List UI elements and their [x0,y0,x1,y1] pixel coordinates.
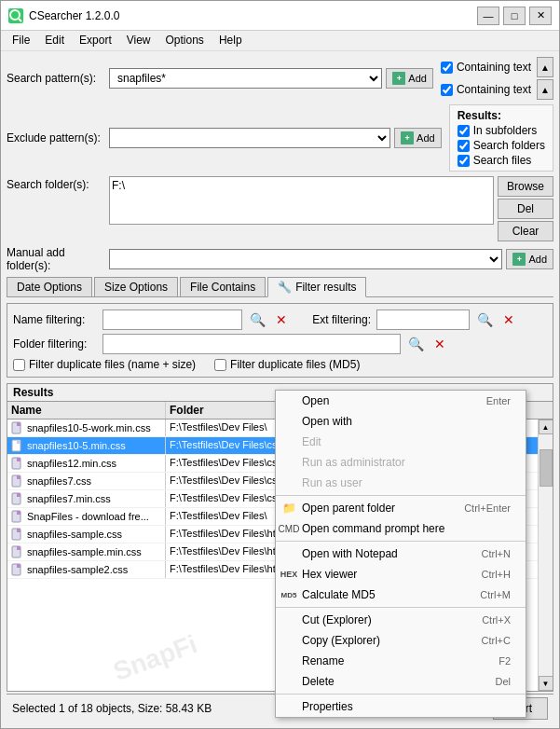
context-menu-label: Run as user [302,476,362,489]
file-icon [11,510,24,523]
dup-md5-checkbox[interactable] [214,359,226,371]
in-subfolders-checkbox[interactable] [458,125,470,137]
exclude-pattern-row: Exclude pattern(s): + Add Results: In su… [7,104,553,172]
context-menu-label: Delete [302,675,335,688]
in-subfolders-label: In subfolders [473,124,538,137]
menu-bar: File Edit Export View Options Help [1,31,559,51]
del-button[interactable]: Del [498,199,553,219]
exclude-add-button[interactable]: + Add [394,128,442,148]
folder-filter-search-icon[interactable]: 🔍 [406,335,425,353]
context-menu-shortcut: Ctrl+C [482,635,511,646]
context-menu-item-open_parent[interactable]: 📁Open parent folderCtrl+Enter [276,498,526,518]
name-filter-clear-icon[interactable]: ✕ [272,310,291,329]
scroll-down-arrow[interactable]: ▼ [539,676,553,691]
name-filter-input[interactable] [102,309,242,330]
svg-rect-5 [17,440,20,444]
dup-name-size-checkbox[interactable] [13,359,25,371]
scroll-up-arrow[interactable]: ▲ [539,420,553,434]
tabs: Date Options Size Options File Contains … [7,277,553,297]
context-menu-label: Open parent folder [302,502,395,515]
manual-folder-input[interactable] [109,249,502,269]
context-menu-label: Hex viewer [302,568,357,581]
context-menu-label: Edit [302,435,321,448]
menu-edit[interactable]: Edit [37,33,72,48]
browse-button[interactable]: Browse [498,176,553,197]
maximize-button[interactable]: □ [503,7,526,25]
context-menu-item-delete[interactable]: DeleteDel [276,671,526,692]
scrollbar-vertical[interactable]: ▲ ▼ [538,420,553,691]
col-header-name: Name [7,402,166,419]
file-icon [11,421,24,434]
dup-name-size-label: Filter duplicate files (name + size) [29,358,196,371]
search-folders-checkbox[interactable] [458,140,470,152]
search-folders-label: Search folders [473,139,545,152]
folder-list[interactable]: F:\ [109,176,494,225]
context-menu-item-hex_viewer[interactable]: HEXHex viewerCtrl+H [276,564,526,585]
folder-filter-input[interactable] [102,334,401,354]
menu-options[interactable]: Options [158,33,212,48]
containing-text-1-checkbox[interactable] [441,62,453,74]
search-pattern-input[interactable]: snapfiles* [109,68,382,89]
results-label: Results: [458,109,545,122]
scroll-thumb[interactable] [540,449,553,487]
containing-text-2-label: Containing text [457,83,531,96]
tab-size[interactable]: Size Options [94,277,178,296]
context-menu-item-open[interactable]: OpenEnter [276,391,526,411]
context-menu-shortcut: Ctrl+X [482,614,511,626]
browse-del-section: Browse Del Clear [498,176,553,241]
folder-list-container: F:\ [109,176,494,225]
ext-filter-label: Ext filtering: [296,313,371,326]
context-menu: OpenEnterOpen withEditRun as administrat… [275,390,526,718]
tab-filter[interactable]: 🔧 Filter results [267,277,366,297]
folder-filter-clear-icon[interactable]: ✕ [430,335,449,353]
close-button[interactable]: ✕ [529,7,552,25]
ext-filter-clear-icon[interactable]: ✕ [499,310,518,329]
filter-dup-row: Filter duplicate files (name + size) Fil… [13,358,547,371]
containing-text-1-arrow[interactable]: ▲ [537,57,553,77]
add-icon: + [392,72,405,85]
context-menu-item-rename[interactable]: RenameF2 [276,651,526,671]
context-menu-item-open_cmd[interactable]: CMDOpen command prompt here [276,518,526,539]
exclude-pattern-label: Exclude pattern(s): [7,131,109,144]
folder-label: Search folder(s): [7,176,109,191]
menu-view[interactable]: View [119,33,158,48]
context-menu-shortcut: Ctrl+Enter [464,502,511,514]
search-folder-row: Search folder(s): F:\ Browse Del Clear [7,176,553,241]
tab-date[interactable]: Date Options [7,277,92,296]
context-menu-label: Open with Notepad [302,547,398,560]
containing-text-2-checkbox[interactable] [441,84,453,96]
minimize-button[interactable]: — [477,7,499,25]
search-add-button[interactable]: + Add [386,68,433,89]
file-icon [11,563,24,576]
context-menu-item-calc_md5[interactable]: MD5Calculate MD5Ctrl+M [276,585,526,605]
clear-button[interactable]: Clear [498,221,553,241]
ext-filter-search-icon[interactable]: 🔍 [475,310,494,329]
ext-filter-input[interactable] [376,309,470,330]
folder-filter-label: Folder filtering: [13,337,97,351]
context-menu-label: Properties [302,700,353,713]
search-files-checkbox[interactable] [458,155,470,167]
name-filter-search-icon[interactable]: 🔍 [248,310,266,329]
menu-file[interactable]: File [5,33,37,48]
context-menu-item-copy[interactable]: Copy (Explorer)Ctrl+C [276,630,526,651]
context-menu-shortcut: Ctrl+N [482,548,511,559]
search-pattern-label: Search pattern(s): [7,72,109,85]
tab-file[interactable]: File Contains [180,277,266,296]
exclude-pattern-input[interactable] [109,128,390,148]
context-menu-item-properties[interactable]: Properties [276,696,526,717]
file-icon [11,528,24,541]
context-menu-item-cut[interactable]: Cut (Explorer)Ctrl+X [276,610,526,630]
context-menu-item-open_with[interactable]: Open with [276,411,526,432]
cmd-icon: CMD [281,521,296,536]
menu-export[interactable]: Export [72,33,119,48]
context-menu-label: Open command prompt here [302,522,444,535]
menu-help[interactable]: Help [212,33,250,48]
context-menu-label: Open [302,394,329,407]
title-bar: CSearcher 1.2.0.0 — □ ✕ [1,1,559,31]
containing-text-2-arrow[interactable]: ▲ [537,79,553,100]
manual-add-button[interactable]: + Add [506,249,553,269]
context-menu-item-open_notepad[interactable]: Open with NotepadCtrl+N [276,543,526,564]
context-menu-label: Run as administrator [302,456,405,469]
search-pattern-row: Search pattern(s): snapfiles* + Add Cont… [7,57,553,100]
context-menu-label: Calculate MD5 [302,588,376,601]
